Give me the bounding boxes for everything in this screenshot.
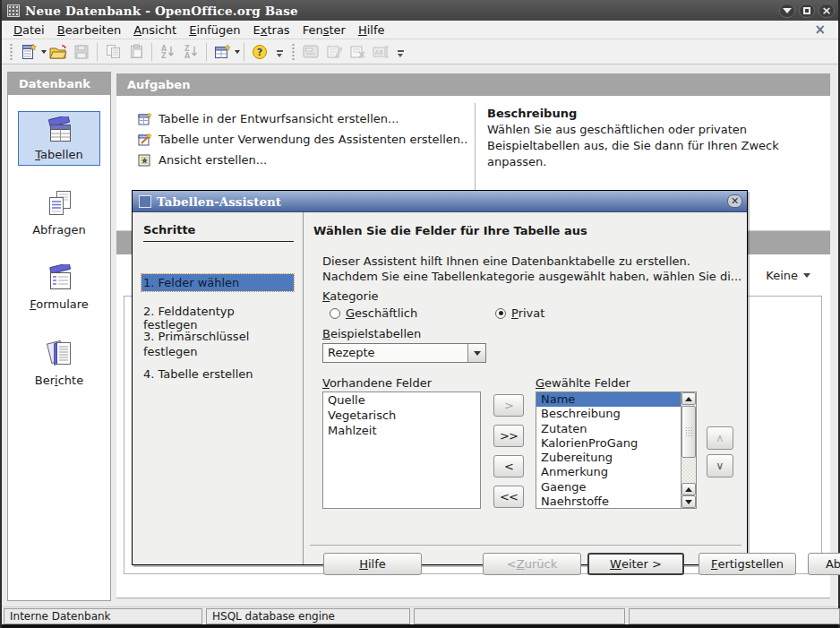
- dialog-titlebar: Tabellen-Assistent ✕: [133, 191, 747, 212]
- step-4-tabelle-erstellen[interactable]: 4. Tabelle erstellen: [141, 366, 294, 383]
- combobox-value: Rezepte: [323, 344, 467, 362]
- list-item[interactable]: Zutaten: [536, 422, 681, 436]
- toolbar-overflow-button[interactable]: [274, 43, 285, 61]
- scrollbar[interactable]: [681, 392, 696, 508]
- edit-button: [323, 41, 345, 63]
- overflow-arrow-icon: [398, 54, 403, 57]
- toolbar-separator: [206, 43, 207, 61]
- radio-geschaeftlich[interactable]: Geschäftlich: [330, 306, 417, 320]
- intro-line-1: Dieser Assistent hilft Ihnen eine Datenb…: [322, 254, 741, 269]
- list-item[interactable]: Zubereitung: [536, 451, 681, 465]
- move-field-down-button[interactable]: ∨: [707, 454, 733, 477]
- menu-datei[interactable]: Datei: [7, 22, 51, 39]
- arrow-up-icon: [685, 487, 692, 492]
- sort-descending-button: Z A: [180, 41, 201, 63]
- menu-fenster[interactable]: Fenster: [296, 22, 352, 39]
- menu-bearbeiten[interactable]: Bearbeiten: [51, 22, 127, 39]
- scroll-up-button[interactable]: [681, 392, 696, 405]
- help-button[interactable]: ?: [249, 41, 270, 63]
- list-item[interactable]: Mahlzeit: [323, 423, 480, 438]
- menubar: Datei Bearbeiten Ansicht Einfügen Extras…: [2, 21, 838, 39]
- filter-dropdown[interactable]: Keine: [766, 269, 810, 282]
- sort-ascending-icon: A Z: [160, 44, 176, 59]
- remove-field-button[interactable]: <: [493, 455, 524, 477]
- new-dropdown-arrow-icon[interactable]: [41, 50, 47, 54]
- description-panel: Beschreibung Wählen Sie aus geschäftlich…: [487, 107, 827, 170]
- description-title: Beschreibung: [487, 107, 827, 120]
- scrollbar-thumb[interactable]: [681, 406, 696, 458]
- sidebar-item-berichte[interactable]: Berichte: [18, 334, 100, 391]
- menu-ansicht[interactable]: Ansicht: [127, 22, 183, 39]
- paste-icon: [129, 44, 144, 59]
- list-item[interactable]: Gaenge: [536, 480, 681, 495]
- task-list: Tabelle in der Entwurfsansicht erstellen…: [138, 108, 467, 170]
- menu-einfuegen[interactable]: Einfügen: [183, 22, 246, 39]
- help-button[interactable]: Hilfe: [323, 553, 422, 575]
- document-close-icon[interactable]: ×: [807, 22, 833, 38]
- svg-text:A: A: [184, 52, 191, 59]
- new-table-dropdown-arrow-icon[interactable]: [235, 50, 240, 54]
- sample-tables-label: Beispielstabellen: [322, 327, 421, 340]
- table-design-icon: [138, 112, 152, 126]
- window-maximize-button[interactable]: [799, 4, 815, 18]
- cancel-button[interactable]: Abbrechen: [808, 553, 840, 575]
- list-item-selected[interactable]: Name: [536, 392, 681, 407]
- forms-icon: [42, 264, 76, 295]
- task-create-table-design[interactable]: Tabelle in der Entwurfsansicht erstellen…: [138, 108, 467, 129]
- scroll-up-button-bottom[interactable]: [681, 483, 696, 495]
- list-item[interactable]: Anmerkung: [536, 465, 681, 479]
- open-button[interactable]: [47, 41, 69, 63]
- application-window: Neue Datenbank - OpenOffice.org Base × D…: [0, 0, 840, 628]
- menu-extras[interactable]: Extras: [247, 22, 296, 39]
- new-table-button[interactable]: [211, 41, 233, 63]
- dialog-content: Wählen Sie die Felder für Ihre Tabelle a…: [304, 212, 747, 564]
- available-fields-label: Vorhandene Felder: [322, 376, 432, 390]
- toolbar-overflow-button[interactable]: [395, 43, 406, 61]
- sidebar-item-formulare[interactable]: Formulare: [18, 260, 100, 314]
- menu-hilfe[interactable]: Hilfe: [352, 22, 391, 39]
- toolbar-grip[interactable]: [291, 43, 296, 61]
- sidebar-item-label: Tabellen: [21, 148, 98, 161]
- task-create-view[interactable]: Ansicht erstellen...: [138, 150, 467, 170]
- new-database-button[interactable]: [18, 41, 39, 63]
- finish-button[interactable]: Fertigstellen: [699, 553, 796, 575]
- dialog-close-button[interactable]: ✕: [727, 194, 742, 208]
- sidebar-item-abfragen[interactable]: Abfragen: [18, 185, 100, 240]
- dialog-separator: [310, 545, 741, 546]
- toolbar-grip[interactable]: [9, 43, 13, 61]
- new-table-icon: [214, 44, 231, 60]
- available-fields-list[interactable]: Quelle Vegetarisch Mahlzeit: [322, 391, 481, 509]
- step-3-primaerschluessel[interactable]: 3. Primärschlüssel festlegen: [141, 327, 276, 361]
- dialog-intro: Dieser Assistent hilft Ihnen eine Datenb…: [322, 254, 741, 284]
- list-item[interactable]: Vegetarisch: [323, 408, 480, 423]
- status-empty-1: [414, 608, 625, 624]
- window-title: Neue Datenbank - OpenOffice.org Base: [25, 4, 298, 18]
- paste-button: [125, 41, 147, 63]
- toolbar-separator: [151, 43, 152, 61]
- selected-fields-list[interactable]: Name Beschreibung Zutaten KalorienProGan…: [536, 392, 681, 508]
- back-button: < Zurück: [483, 553, 581, 575]
- radio-privat[interactable]: Privat: [495, 306, 544, 320]
- category-label: Kategorie: [322, 289, 379, 303]
- task-label: Ansicht erstellen...: [159, 153, 267, 167]
- window-shade-button[interactable]: [779, 4, 795, 18]
- remove-all-fields-button[interactable]: <<: [493, 486, 524, 508]
- selected-fields-label: Gewählte Felder: [536, 376, 630, 390]
- combobox-dropdown-button[interactable]: [467, 344, 485, 362]
- scroll-down-button[interactable]: [681, 495, 696, 508]
- list-item[interactable]: Naehrstoffe: [536, 495, 681, 508]
- next-button[interactable]: Weiter >: [587, 553, 684, 575]
- window-close-button[interactable]: ×: [819, 4, 835, 18]
- list-item[interactable]: Quelle: [323, 392, 480, 408]
- sample-tables-combobox[interactable]: Rezepte: [322, 343, 486, 363]
- radio-label: Privat: [511, 306, 544, 320]
- add-all-fields-button[interactable]: >>: [493, 425, 524, 447]
- shade-icon: [783, 8, 792, 13]
- view-icon: [138, 153, 152, 168]
- sidebar-item-tabellen[interactable]: Tabellen: [18, 111, 100, 166]
- step-1-felder-waehlen[interactable]: 1. Felder wählen: [141, 274, 294, 291]
- list-item[interactable]: KalorienProGang: [536, 436, 681, 451]
- svg-text:?: ?: [257, 47, 262, 58]
- list-item[interactable]: Beschreibung: [536, 407, 681, 421]
- task-create-table-wizard[interactable]: Tabelle unter Verwendung des Assistenten…: [138, 129, 467, 150]
